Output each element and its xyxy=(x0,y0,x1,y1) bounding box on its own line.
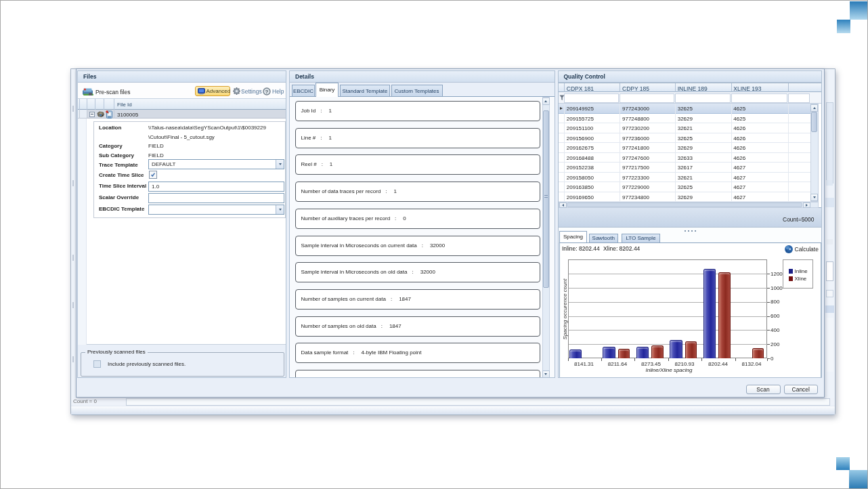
svg-text:?: ? xyxy=(265,88,269,94)
